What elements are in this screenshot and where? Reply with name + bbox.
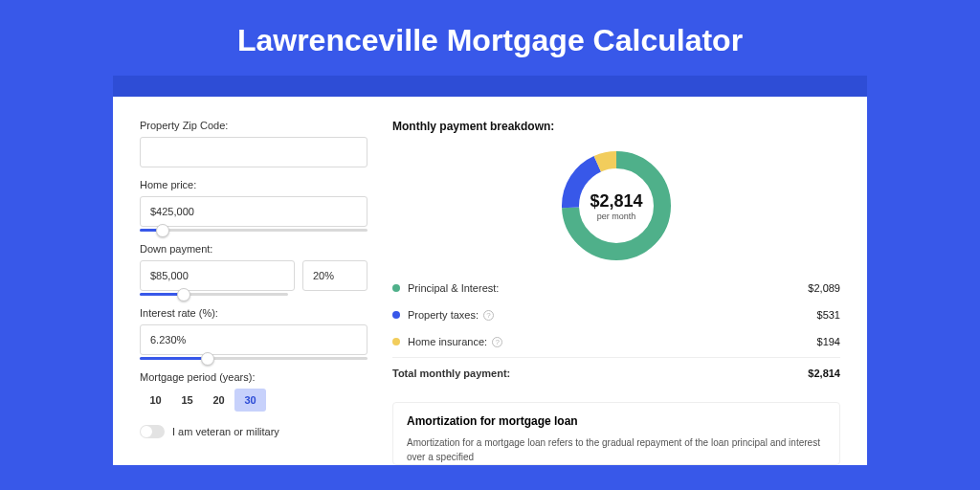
total-value: $2,814: [808, 368, 840, 379]
legend-dot: [392, 284, 400, 292]
down-payment-label: Down payment:: [140, 243, 368, 255]
home-price-label: Home price:: [140, 179, 368, 190]
period-option-20[interactable]: 20: [203, 389, 234, 412]
home-price-slider[interactable]: [140, 229, 368, 232]
info-icon[interactable]: ?: [492, 337, 502, 347]
slider-thumb[interactable]: [177, 288, 190, 301]
down-payment-input[interactable]: [140, 260, 295, 291]
amortization-title: Amortization for mortgage loan: [407, 414, 826, 428]
legend-value: $531: [817, 309, 840, 321]
veteran-label: I am veteran or military: [172, 426, 279, 437]
mortgage-period-label: Mortgage period (years):: [140, 371, 368, 383]
donut-center-amount: $2,814: [590, 191, 642, 212]
amortization-box: Amortization for mortgage loan Amortizat…: [392, 402, 840, 465]
down-payment-field: Down payment:: [140, 243, 368, 296]
veteran-toggle-row: I am veteran or military: [140, 425, 368, 438]
legend-row: Principal & Interest:$2,089: [392, 275, 840, 301]
legend-label: Property taxes:: [408, 309, 479, 321]
home-price-field: Home price:: [140, 179, 368, 232]
legend-dot: [392, 311, 400, 319]
interest-rate-slider[interactable]: [140, 357, 368, 360]
slider-thumb[interactable]: [156, 224, 169, 237]
inputs-column: Property Zip Code: Home price: Down paym…: [140, 120, 368, 465]
total-label: Total monthly payment:: [392, 368, 510, 379]
legend-label: Principal & Interest:: [408, 282, 499, 294]
interest-rate-label: Interest rate (%):: [140, 307, 368, 319]
interest-rate-input[interactable]: [140, 324, 368, 355]
down-payment-slider[interactable]: [140, 293, 288, 296]
legend-row: Property taxes:?$531: [392, 301, 840, 328]
home-price-input[interactable]: [140, 196, 368, 227]
donut-chart-wrap: $2,814 per month: [392, 143, 840, 275]
legend-label: Home insurance:: [408, 336, 487, 347]
legend-value: $194: [817, 336, 840, 347]
period-option-10[interactable]: 10: [140, 389, 171, 412]
calculator-panel: Property Zip Code: Home price: Down paym…: [113, 97, 867, 465]
veteran-toggle[interactable]: [140, 425, 165, 438]
total-row: Total monthly payment: $2,814: [392, 357, 840, 387]
legend-dot: [392, 338, 400, 345]
breakdown-column: Monthly payment breakdown: $2,814 per mo…: [392, 120, 840, 465]
zip-label: Property Zip Code:: [140, 120, 368, 131]
page-title: Lawrenceville Mortgage Calculator: [0, 0, 980, 76]
breakdown-title: Monthly payment breakdown:: [392, 120, 840, 133]
info-icon[interactable]: ?: [483, 310, 494, 321]
slider-thumb[interactable]: [201, 352, 214, 366]
period-option-15[interactable]: 15: [171, 389, 203, 412]
amortization-text: Amortization for a mortgage loan refers …: [407, 435, 826, 464]
legend-row: Home insurance:?$194: [392, 328, 840, 355]
zip-input[interactable]: [140, 137, 368, 167]
header-accent-band: [113, 76, 867, 97]
donut-chart: $2,814 per month: [557, 146, 676, 265]
mortgage-period-field: Mortgage period (years): 10152030: [140, 371, 368, 412]
down-payment-pct-input[interactable]: [302, 260, 368, 291]
interest-rate-field: Interest rate (%):: [140, 307, 368, 360]
period-option-30[interactable]: 30: [234, 389, 266, 412]
zip-field: Property Zip Code:: [140, 120, 368, 167]
donut-center-sub: per month: [597, 212, 636, 221]
legend-value: $2,089: [808, 282, 840, 294]
